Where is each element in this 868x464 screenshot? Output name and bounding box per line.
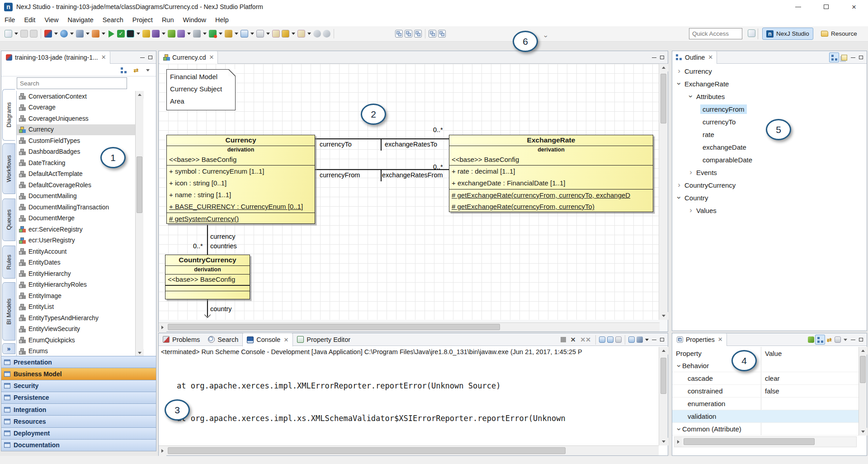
properties-minimize-button[interactable] xyxy=(851,340,855,340)
perspective-resource-button[interactable]: Resource xyxy=(817,28,861,40)
properties-maximize-button[interactable] xyxy=(859,338,863,341)
table-view-icon[interactable] xyxy=(835,336,841,343)
server-dropdown[interactable] xyxy=(86,33,90,35)
list-item[interactable]: DefaultCoverageRoles xyxy=(17,180,135,191)
publish-dropdown[interactable] xyxy=(70,33,74,35)
editor-tab-currency-cd[interactable]: Currency.cd ✕ xyxy=(160,51,218,64)
section-documentation[interactable]: Documentation xyxy=(1,439,156,451)
property-row-validation-selected[interactable]: validation xyxy=(672,410,859,423)
list-item[interactable]: DocumentMailingTransaction xyxy=(17,202,135,213)
vtab-workflows[interactable]: Workflows xyxy=(2,143,15,194)
console-tool-icon[interactable] xyxy=(127,30,134,38)
vtab-queues[interactable]: Queues xyxy=(2,199,15,241)
server-icon[interactable] xyxy=(76,30,84,38)
association-line-currencyFrom[interactable] xyxy=(315,169,449,170)
scroll-down-button[interactable] xyxy=(859,428,867,436)
list-item[interactable]: ecr:ServiceRegistry xyxy=(17,224,135,235)
explorer-scroll-thumb[interactable] xyxy=(137,156,142,213)
minimize-button[interactable] xyxy=(784,0,812,14)
outline-tab[interactable]: Outline ✕ xyxy=(672,51,717,64)
property-row-cascade[interactable]: cascade clear xyxy=(672,372,859,385)
scroll-up-button[interactable] xyxy=(136,91,144,99)
console-tab-close-icon[interactable]: ✕ xyxy=(283,336,288,343)
list-item[interactable]: ConversationContext xyxy=(17,91,135,102)
shield-icon[interactable] xyxy=(142,30,150,38)
layout-grid-icon[interactable] xyxy=(429,30,436,38)
terminate-icon[interactable] xyxy=(561,337,566,342)
nav-back-icon[interactable] xyxy=(313,30,321,38)
import-icon[interactable] xyxy=(241,30,248,38)
properties-vscroll-thumb[interactable] xyxy=(860,356,866,383)
list-item[interactable]: EnumQuickpicks xyxy=(17,335,135,346)
section-persistence[interactable]: Persistence xyxy=(1,392,156,403)
property-group-behavior[interactable]: ›Behavior xyxy=(672,360,859,372)
tab-problems[interactable]: Problems xyxy=(159,333,204,346)
statistics-icon[interactable] xyxy=(193,30,201,38)
list-item[interactable]: EntityHierarchy xyxy=(17,268,135,279)
word-wrap-icon[interactable] xyxy=(615,336,622,343)
outline-row-attributes[interactable]: ›Attributes xyxy=(672,90,867,103)
properties-hscroll-thumb[interactable] xyxy=(684,438,815,445)
nav-forward-icon[interactable] xyxy=(323,30,330,38)
tab-property-editor[interactable]: Property Editor xyxy=(293,333,354,346)
console-output[interactable]: at org.apache.xerces.impl.XMLErrorReport… xyxy=(159,358,659,447)
save-icon[interactable] xyxy=(20,30,28,38)
redo-dropdown[interactable] xyxy=(292,33,295,35)
metadata-dropdown[interactable] xyxy=(162,33,165,35)
pin-console-icon[interactable] xyxy=(628,336,635,343)
outline-row-values[interactable]: ›Values xyxy=(672,204,867,217)
properties-view-menu-chevron-icon[interactable] xyxy=(844,339,847,341)
scroll-up-button[interactable] xyxy=(659,64,668,71)
list-item-selected[interactable]: Currency xyxy=(17,124,135,136)
properties-tab-close-icon[interactable]: ✕ xyxy=(718,336,723,343)
uml-class-currency[interactable]: Currency derivation <<base>> BaseConfig … xyxy=(166,135,315,224)
new-property-icon[interactable] xyxy=(808,336,814,343)
column-value[interactable]: Value xyxy=(761,350,782,357)
scroll-down-button[interactable] xyxy=(659,438,668,445)
export-xsl-dropdown[interactable] xyxy=(266,33,270,35)
menu-search[interactable]: Search xyxy=(98,15,128,25)
scroll-up-button[interactable] xyxy=(659,347,668,355)
outline-tree-view-button[interactable] xyxy=(829,52,839,62)
sync-icon[interactable]: ⇄ xyxy=(132,66,141,75)
new-model-icon[interactable] xyxy=(44,30,52,38)
list-item[interactable]: DocumentMerge xyxy=(17,213,135,224)
layout-align-icon[interactable] xyxy=(395,30,403,38)
outline-tab-close-icon[interactable]: ✕ xyxy=(708,54,713,61)
package-dropdown[interactable] xyxy=(187,33,191,35)
editor-hscrollbar[interactable] xyxy=(159,322,660,331)
quick-access-input[interactable] xyxy=(689,28,742,39)
validate-icon[interactable]: ✓ xyxy=(117,30,125,38)
menu-window[interactable]: Window xyxy=(178,15,211,25)
uml-class-exchangerate[interactable]: ExchangeRate derivation <<base>> BaseCon… xyxy=(449,135,653,212)
scroll-lock-icon[interactable] xyxy=(607,336,613,343)
editor-vscroll-thumb[interactable] xyxy=(660,74,666,123)
editor-tab-close-icon[interactable]: ✕ xyxy=(209,54,214,61)
list-item[interactable]: EntityHierarchyRoles xyxy=(17,279,135,291)
list-item[interactable]: DocumentMailing xyxy=(17,191,135,202)
editor-hscroll-thumb[interactable] xyxy=(168,324,500,330)
format-brush-icon[interactable] xyxy=(225,30,232,38)
section-security[interactable]: Security xyxy=(1,380,156,392)
console-maximize-button[interactable] xyxy=(660,338,664,341)
console-hscroll-thumb[interactable] xyxy=(168,447,566,454)
list-item[interactable]: CoverageUniqueness xyxy=(17,113,135,124)
scroll-right-button[interactable] xyxy=(675,437,682,447)
console-vscrollbar[interactable] xyxy=(659,347,668,445)
list-item[interactable]: EntityTypesAndHierarchy xyxy=(17,312,135,324)
list-item[interactable]: CustomFieldTypes xyxy=(17,135,135,147)
new-wizard-dropdown[interactable] xyxy=(14,33,18,35)
restore-defaults-icon[interactable]: ⇄ xyxy=(827,336,832,343)
editor-maximize-button[interactable] xyxy=(660,56,664,59)
redo-icon[interactable] xyxy=(282,30,289,38)
scroll-down-button[interactable] xyxy=(659,312,668,320)
section-deployment[interactable]: Deployment xyxy=(1,427,156,439)
outline-row-currency[interactable]: ›Currency xyxy=(672,65,867,77)
menu-navigate[interactable]: Navigate xyxy=(63,15,98,25)
explorer-scrollbar[interactable] xyxy=(135,91,143,357)
tab-search[interactable]: Search xyxy=(204,333,242,346)
new-model-dropdown[interactable] xyxy=(54,33,58,35)
outline-row-exchangerate[interactable]: ›ExchangeRate xyxy=(672,77,867,90)
outline-row-countrycurrency[interactable]: ›CountryCurrency xyxy=(672,179,867,191)
menu-project[interactable]: Project xyxy=(128,15,157,25)
